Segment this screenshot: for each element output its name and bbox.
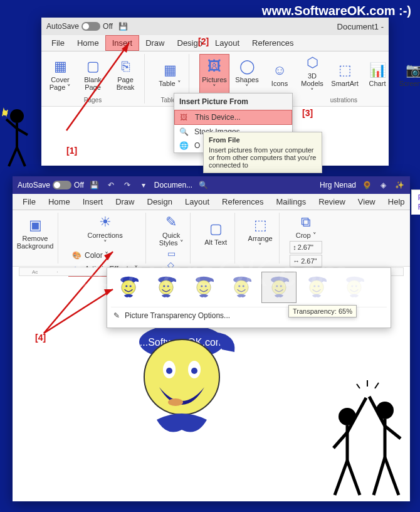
arrange-icon: ⬚ (254, 217, 267, 233)
tab2-review[interactable]: Review (312, 195, 352, 209)
autosave-toggle-2[interactable]: AutoSave Off (18, 181, 84, 189)
svg-line-4 (9, 147, 17, 166)
arrange-button[interactable]: ⬚Arrange ˅ (245, 213, 275, 254)
transparency-options-icon: ✎ (113, 311, 120, 320)
height-icon: ↕ (293, 243, 297, 251)
this-device-icon: 🖼 (180, 113, 190, 122)
screenshot-button[interactable]: 📷Screensh (395, 54, 420, 95)
svg-point-45 (238, 285, 240, 287)
tab-draw[interactable]: Draw (139, 36, 171, 50)
tab2-file[interactable]: File (16, 195, 42, 209)
height-spinner[interactable]: ↕2.67" (290, 241, 322, 253)
tab2-design[interactable]: Design (141, 195, 179, 209)
pictures-button[interactable]: 🖼Pictures ˅ (199, 54, 229, 95)
crop-button[interactable]: ⧉Crop ˅ (291, 213, 321, 241)
save-icon[interactable]: 💾 (118, 21, 129, 32)
smartart-button[interactable]: ⬚SmartArt (330, 54, 360, 95)
color-button[interactable]: 🎨Color ˅ (68, 248, 142, 262)
svg-point-32 (122, 280, 135, 294)
alt-text-button[interactable]: ▢Alt Text (201, 213, 231, 254)
autosave-toggle[interactable]: AutoSave Off (46, 22, 113, 31)
chart-button[interactable]: 📊Chart (362, 54, 392, 95)
transparency-swatch-3[interactable] (224, 272, 259, 303)
transparency-swatch-5[interactable] (299, 272, 334, 303)
blank-page-button[interactable]: ▢Blank Page (78, 54, 108, 95)
tab-references[interactable]: References (246, 36, 300, 50)
word-window-insert: AutoSave Off 💾 Document1 - File Home Ins… (41, 18, 389, 166)
stock-images-icon: 🔍 (179, 127, 189, 136)
magic-icon[interactable]: ✨ (394, 179, 405, 191)
svg-point-49 (276, 285, 278, 287)
save-icon-2[interactable]: 💾 (89, 179, 100, 191)
tab2-layout[interactable]: Layout (179, 195, 216, 209)
group-remove-bg: ▣Remove Background (13, 213, 58, 264)
remove-bg-label: Remove Background (17, 235, 54, 250)
pictures-icon: 🖼 (207, 58, 221, 75)
quick-styles-label: Quick Styles ˅ (157, 232, 185, 247)
svg-line-10 (333, 432, 347, 448)
tab-insert[interactable]: Insert (105, 35, 140, 51)
svg-line-11 (335, 461, 347, 495)
tab2-picture-format[interactable]: Picture Form (411, 189, 420, 215)
tab2-references[interactable]: References (216, 195, 270, 209)
quick-styles-button[interactable]: ✎Quick Styles ˅ (156, 213, 186, 248)
table-icon: ▦ (164, 62, 177, 78)
svg-point-56 (347, 280, 361, 294)
inserted-picture[interactable]: ...SoftwareOK.com (119, 314, 244, 440)
redo-icon[interactable]: ↷ (122, 179, 133, 191)
tab2-insert[interactable]: Insert (76, 195, 110, 209)
table-button[interactable]: ▦Table ˅ (155, 54, 185, 95)
shapes-button[interactable]: ◯Shapes ˅ (232, 54, 262, 95)
ruler-tick: · (56, 269, 58, 275)
autosave-state-2: Off (74, 181, 84, 189)
transparency-swatch-6[interactable] (337, 272, 372, 303)
svg-point-27 (166, 368, 172, 374)
transparency-gallery: ✎ Picture Transparency Options... (107, 267, 391, 328)
tab2-help[interactable]: Help (382, 195, 411, 209)
svg-point-52 (310, 280, 323, 294)
tab2-home[interactable]: Home (42, 195, 76, 209)
page-break-button[interactable]: ⎘Page Break (110, 54, 140, 95)
transparency-swatch-1[interactable] (149, 272, 184, 303)
width-spinner[interactable]: ↔2.67" (290, 255, 322, 267)
autosave-label: AutoSave (46, 22, 79, 31)
toggle-off-icon-2 (53, 181, 71, 189)
tab2-draw[interactable]: Draw (109, 195, 140, 209)
cover-page-button[interactable]: ▦Cover Page ˅ (45, 54, 75, 95)
qat-dropdown-icon[interactable]: ▾ (138, 179, 149, 191)
titlebar: AutoSave Off 💾 Document1 - (41, 18, 389, 35)
tab2-mailings[interactable]: Mailings (270, 195, 313, 209)
transparency-swatch-2[interactable] (186, 272, 221, 303)
svg-line-19 (357, 384, 360, 388)
height-value: 2.67" (298, 243, 313, 251)
icons-button[interactable]: ☺Icons (265, 54, 295, 95)
diamond-icon[interactable]: ◈ (377, 179, 389, 191)
tab2-view[interactable]: View (352, 195, 382, 209)
corrections-button[interactable]: ☀Corrections ˅ (90, 213, 120, 248)
group-size: ⧉Crop ˅ ↕2.67" ↔2.67" (286, 213, 326, 264)
svg-point-41 (201, 285, 202, 287)
svg-point-44 (234, 280, 248, 294)
color-icon: 🎨 (72, 251, 82, 260)
undo-icon[interactable]: ↶ (105, 179, 117, 191)
pictures-label: Pictures ˅ (201, 76, 228, 92)
transparency-swatch-0[interactable] (111, 272, 146, 303)
tab-layout[interactable]: Layout (209, 36, 246, 50)
tab-file[interactable]: File (45, 36, 71, 50)
border-icon[interactable]: ▭ (167, 248, 176, 259)
search-icon[interactable]: 🔍 (197, 179, 209, 191)
tab-home[interactable]: Home (71, 36, 105, 50)
svg-point-33 (125, 285, 127, 287)
blank-page-label: Blank Page (79, 76, 107, 91)
remove-bg-button[interactable]: ▣Remove Background (16, 213, 54, 254)
smartart-label: SmartArt (331, 80, 358, 87)
transparency-tooltip: Transparency: 65% (288, 305, 357, 317)
ribbon-tabs-2: File Home Insert Draw Design Layout Refe… (13, 194, 410, 210)
avatar-icon: 🌻 (361, 179, 372, 191)
group-arrange: ⬚Arrange ˅ (241, 213, 280, 264)
ribbon-2: ▣Remove Background ☀Corrections ˅ 🎨Color… (13, 210, 410, 267)
menu-this-device[interactable]: 🖼 This Device... (174, 110, 292, 125)
transparency-swatch-4[interactable] (261, 272, 297, 303)
3d-models-button[interactable]: ⬡3D Models ˅ (297, 54, 327, 95)
alt-text-label: Alt Text (204, 238, 227, 246)
